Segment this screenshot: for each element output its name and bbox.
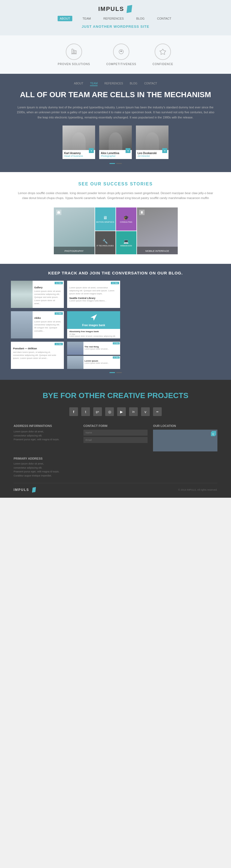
blog-card-lorem-text: Lorem ipsum dolor sit amet... [84,362,119,364]
free-images-text: Lorem ipsum dolor sit amet, consectetur … [69,335,118,337]
blog-card-lorem-title: Lorem ipsum [84,360,119,362]
it-icon: 🔧 [103,239,108,244]
footer-address-text: Lorem ipsum dolor sit amet,consectetur a… [13,430,78,441]
nav-blog[interactable]: BLOG [134,16,147,21]
circle-icon[interactable]: ◎ [105,407,114,416]
nav-team[interactable]: TEAM [80,16,93,21]
svg-rect-2 [75,51,76,53]
success-description: Lemon drops soufflé cookie chocolate. Ic… [16,191,215,201]
footer-bottom: IMPULS © 2014 IMPULS. All rights reserve… [13,483,218,492]
contact-name-input[interactable] [83,430,148,436]
footer-logo-text: IMPULS [13,488,29,492]
portfolio-webdesign-label: Webdesign [120,245,132,247]
portfolio-consulting[interactable]: 🎓 Consulting [116,208,137,230]
nav-contact[interactable]: CONTACT [155,16,174,21]
feature-competitiveness: COMPETITIVENESS [106,43,136,66]
team-nav-team[interactable]: TEAM [90,82,98,86]
team-nav-about[interactable]: ABOUT [74,82,83,86]
feature-proven-solutions: PROVEN SOLUTIONS [58,43,90,66]
blog-card-lorem-body: 21 Mar Lorem ipsum Lorem ipsum dolor sit… [83,356,120,369]
portfolio-mobile[interactable]: Mobile interface [137,208,178,254]
portfolio-motion-label: Motion graphics [96,221,114,223]
team-cards: Karl Anamny Head of business Alex Lenett… [16,126,215,159]
competitiveness-label: COMPETITIVENESS [106,63,136,66]
linkedin-icon[interactable]: in [129,407,138,416]
team-card-icon-1[interactable] [89,148,94,153]
main-nav: ABOUT TEAM REFERENCES BLOG CONTACT [0,16,231,21]
team-nav-blog[interactable]: BLOG [130,82,138,86]
primary-address-title: Primary address [13,457,218,460]
portfolio-grid: Photography 🖥 Motion graphics 🎓 Consulti… [54,208,178,254]
vimeo-icon[interactable]: v [141,407,150,416]
portfolio-consulting-label: Consulting [120,221,132,223]
svg-rect-1 [73,50,75,53]
blog-card-library-date: 21 Mar [111,282,119,284]
blog-page-dot-1[interactable] [110,372,115,373]
contact-email-input[interactable] [83,437,148,443]
portfolio-it[interactable]: 🔧 IT Technologies [95,231,116,254]
header: IMPULS ABOUT TEAM REFERENCES BLOG CONTAC… [0,0,231,35]
team-card-2: Alex Lenettiva Photographer [99,126,132,159]
blog-card-lorem: 21 Mar Lorem ipsum Lorem ipsum dolor sit… [67,356,120,369]
blog-card-library: 21 Mar Lorem ipsum dolor sit amet, conse… [67,281,120,308]
portfolio-motion[interactable]: 🖥 Motion graphics [95,208,116,230]
blog-card-akiko-text: Lorem ipsum dolor sit amet, consectetur … [34,320,62,333]
team-member-role-3: Art Director [138,155,167,157]
blog-card-pseudant-text: sed diam lorem ipsum, ut adipiscing et, … [13,351,62,360]
free-images-sub: Absolutely free images bank 21 Mar Lorem… [67,329,120,338]
svg-line-10 [214,433,215,434]
dots-icon[interactable]: •• [153,407,162,416]
footer-primary-address: Primary address Lorem ipsum dolor sit am… [13,457,218,477]
svg-point-5 [121,51,122,52]
blog-card-akiko: 11 Mar Akiko Lorem ipsum dolor sit amet,… [11,311,64,338]
team-nav-references[interactable]: REFERENCES [104,82,123,86]
blog-card-gallery-body: 11 Mar Gallery Lorem ipsum dolor sit ame… [33,281,64,308]
blog-card-library-text: Lorem ipsum dolor sit amet, consectetur … [69,286,118,296]
mobile-icon [139,210,145,215]
team-description: Lorem Ipsum is simply dummy text of the … [16,105,215,120]
facebook-icon[interactable]: f [69,407,78,416]
portfolio-mobile-label: Mobile interface [145,250,169,252]
monitor-icon: 🖥 [103,215,107,220]
free-images-date: 21 Mar [69,333,75,335]
page-dot-1[interactable] [110,163,115,164]
team-card-icon-3[interactable] [162,148,167,153]
team-card-icon-2[interactable] [125,148,130,153]
portfolio-photography[interactable]: Photography [54,208,94,254]
blog-title: KEEP TRACK AND JOIN THE CONVERSATION ON … [11,271,220,275]
team-nav-contact[interactable]: CONTACT [144,82,157,86]
team-card-1: Karl Anamny Head of business [63,126,95,159]
primary-address-text: Lorem ipsum dolor sit amet,consectetur a… [13,462,218,477]
team-card-img-2 [99,126,132,150]
blog-card-pseudant-date: 11 Mar [54,343,63,345]
map-search-icon[interactable] [212,431,216,435]
blog-card-gallery: 11 Mar Gallery Lorem ipsum dolor sit ame… [11,281,64,308]
blog-card-real-thing: 13 Mar The real thing Lorem ipsum dolor … [67,342,120,355]
page-dot-2[interactable] [116,163,122,164]
nav-references[interactable]: REFERENCES [101,16,126,21]
blog-pagination [11,372,220,373]
feature-confidence: CONFIDENCE [152,43,173,66]
team-pagination [16,163,215,164]
svg-rect-7 [141,211,143,213]
footer-copyright: © 2014 IMPULS. All rights reserved. [178,489,218,491]
blog-card-library-subtext: Lorem ipsum free images turla libero... [69,300,118,302]
google-plus-icon[interactable]: g+ [93,407,102,416]
twitter-icon[interactable]: t [81,407,90,416]
site-subtitle: JUST ANOTHER WORDPRESS SITE [0,25,231,33]
footer-location-title: Our location [153,424,218,428]
send-icon [90,314,98,322]
blog-card-library-title: Seattle Central Library [69,297,118,300]
portfolio-it-label: IT Technologies [97,245,114,247]
blog-card-real-thing-title: The real thing [84,345,119,348]
play-icon[interactable]: ▶ [117,407,126,416]
nav-about[interactable]: ABOUT [57,16,72,21]
blog-row-1: 11 Mar Gallery Lorem ipsum dolor sit ame… [11,281,220,308]
web-icon: 💻 [123,239,129,244]
blog-page-dot-2[interactable] [116,372,122,373]
team-card-img-1 [63,126,95,150]
blog-card-akiko-title: Akiko [34,317,62,319]
features-section: PROVEN SOLUTIONS COMPETITIVENESS CONFIDE… [0,35,231,74]
team-title: ALL OF OUR TEAM ARE CELLS IN THE MECHANI… [16,90,215,99]
portfolio-webdesign[interactable]: 💻 Webdesign [116,231,137,254]
